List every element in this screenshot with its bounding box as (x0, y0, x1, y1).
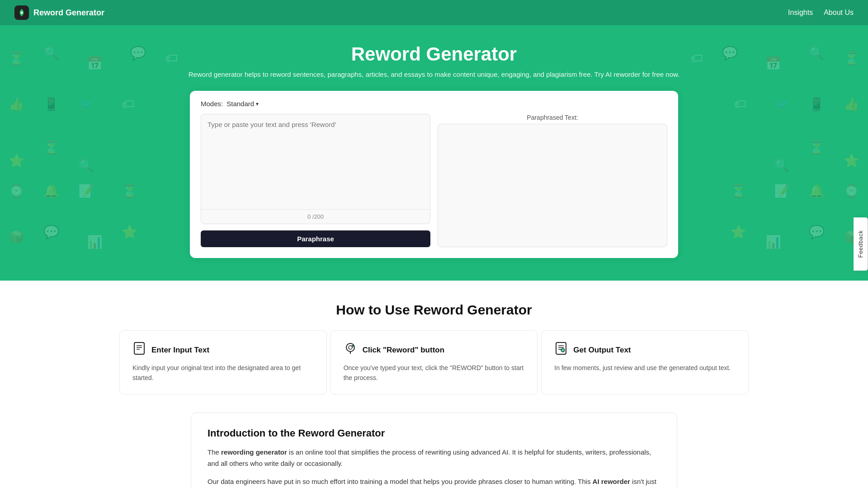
logo-icon (14, 5, 29, 20)
how-card-icon-0 (132, 342, 146, 358)
output-label: Paraphrased Text: (438, 114, 667, 121)
how-section: How to Use Reword Generator Enter Input … (0, 281, 868, 413)
output-panel: Paraphrased Text: (438, 114, 667, 247)
input-area-wrapper: 0 /200 (201, 114, 430, 224)
nav-logo: Reword Generator (14, 5, 104, 20)
tool-card: Modes: Standard ▾ 0 /200 Paraphrase (190, 91, 678, 258)
hero-subtitle: Reword generator helps to reword sentenc… (0, 70, 868, 78)
svg-point-0 (21, 12, 23, 14)
intro-bold-1: rewording generator (221, 448, 287, 456)
svg-rect-1 (134, 343, 144, 354)
hero-content: Reword Generator Reword generator helps … (0, 43, 868, 258)
chevron-down-icon: ▾ (256, 101, 259, 107)
hero-title: Reword Generator (0, 43, 868, 65)
input-textarea[interactable] (201, 114, 430, 209)
char-current: 0 (307, 213, 311, 220)
modes-label: Modes: (201, 100, 223, 108)
mode-value: Standard (226, 100, 254, 108)
tool-panels: 0 /200 Paraphrase Paraphrased Text: (201, 114, 667, 247)
navbar: Reword Generator Insights About Us (0, 0, 868, 25)
intro-section: Introduction to the Reword Generator The… (191, 413, 677, 488)
intro-title: Introduction to the Reword Generator (208, 427, 660, 439)
input-panel: 0 /200 Paraphrase (201, 114, 430, 247)
char-count: 0 /200 (201, 209, 430, 224)
nav-insights[interactable]: Insights (788, 9, 813, 17)
how-card-text-1: Once you've typed your text, click the "… (344, 363, 525, 383)
how-card-title-0: Enter Input Text (151, 346, 209, 355)
mode-select[interactable]: Standard ▾ (226, 100, 259, 108)
how-card-text-0: Kindly input your original text into the… (132, 363, 314, 383)
how-title: How to Use Reword Generator (14, 302, 854, 318)
how-card-0: Enter Input Text Kindly input your origi… (119, 330, 327, 394)
nav-links: Insights About Us (788, 9, 854, 17)
paraphrase-button[interactable]: Paraphrase (201, 230, 430, 247)
svg-point-5 (346, 343, 354, 352)
char-max: /200 (312, 213, 324, 220)
how-card-title-1: Click "Reword" button (363, 346, 444, 355)
feedback-tab[interactable]: Feedback (854, 217, 868, 271)
output-area (438, 124, 667, 247)
how-card-header-1: Click "Reword" button (344, 342, 525, 358)
how-card-header-0: Enter Input Text (132, 342, 314, 358)
intro-para1: The rewording generator is an online too… (208, 446, 660, 469)
modes-bar: Modes: Standard ▾ (201, 100, 667, 108)
how-card-icon-1 (344, 342, 357, 358)
how-cards: Enter Input Text Kindly input your origi… (118, 330, 750, 394)
how-card-2: Get Output Text In few moments, just rev… (541, 330, 749, 394)
how-card-icon-2 (554, 342, 568, 358)
intro-para2: Our data engineers have put in so much e… (208, 476, 660, 488)
svg-point-8 (352, 345, 354, 347)
how-card-1: Click "Reword" button Once you've typed … (330, 330, 538, 394)
intro-wrapper: Introduction to the Reword Generator The… (176, 413, 692, 488)
how-card-header-2: Get Output Text (554, 342, 736, 358)
nav-logo-text: Reword Generator (33, 8, 104, 18)
intro-bold-2: AI reworder (593, 478, 630, 485)
hero-section: ⏳🔍 📅💬 🏷⭐ ⏳🔍 📦💬 📊⭐ 👍📱 🐦🏷 ⌚🔔 📝⏳ ⏳🔍 📅💬 🏷⭐ ⏳… (0, 25, 868, 281)
how-card-title-2: Get Output Text (573, 346, 631, 355)
nav-about-us[interactable]: About Us (824, 9, 854, 17)
svg-rect-9 (556, 343, 566, 354)
how-card-text-2: In few moments, just review and use the … (554, 363, 736, 373)
feedback-tab-container: Feedback (854, 217, 868, 271)
